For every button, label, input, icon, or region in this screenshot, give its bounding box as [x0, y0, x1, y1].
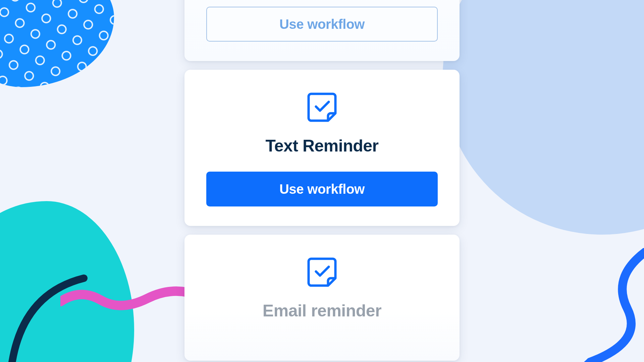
workflow-card-email-reminder: Email reminder [184, 235, 460, 361]
workflow-card-text-reminder: Text Reminder Use workflow [184, 70, 460, 226]
workflow-card: Use workflow [184, 0, 460, 61]
use-workflow-button[interactable]: Use workflow [206, 7, 438, 42]
workflow-card-title: Email reminder [263, 301, 381, 320]
use-workflow-button[interactable]: Use workflow [206, 172, 438, 206]
check-note-icon [304, 89, 340, 127]
button-label: Use workflow [279, 182, 365, 197]
check-note-icon [304, 254, 340, 292]
workflow-card-title: Text Reminder [265, 136, 378, 156]
button-label: Use workflow [279, 17, 365, 32]
decoration-teal-blob [0, 201, 134, 362]
decoration-lightblue-circle [443, 0, 644, 235]
decoration-blue-squiggle [550, 248, 644, 362]
decoration-blue-pattern [0, 0, 114, 87]
workflow-cards-column: Use workflow Text Reminder Use workflow … [184, 0, 460, 307]
